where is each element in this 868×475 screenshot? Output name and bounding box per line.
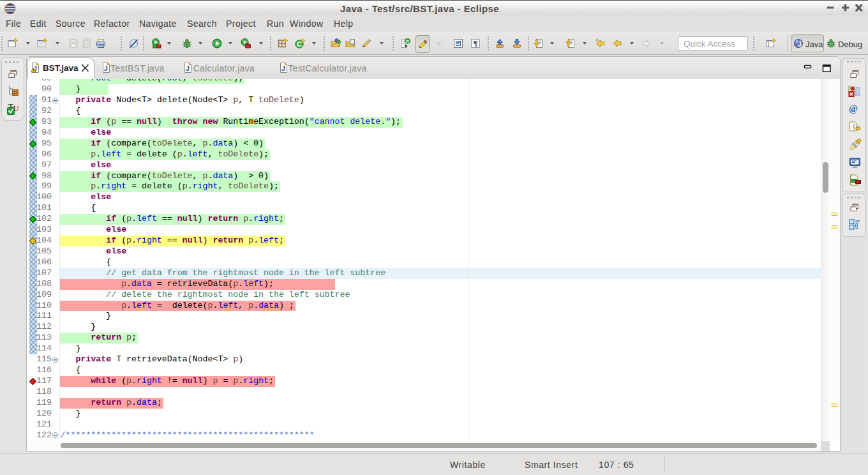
svg-text:J: J bbox=[281, 64, 285, 72]
svg-text:C: C bbox=[297, 40, 302, 48]
svg-text:C: C bbox=[406, 39, 410, 45]
svg-text:J: J bbox=[104, 64, 108, 72]
svg-text:¶: ¶ bbox=[474, 39, 477, 48]
svg-text:J: J bbox=[186, 64, 190, 72]
svg-text:J: J bbox=[798, 41, 802, 48]
